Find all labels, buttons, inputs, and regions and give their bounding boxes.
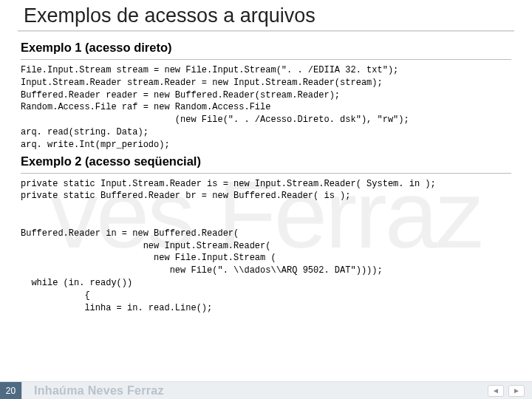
slide-body: Exemplo 1 (acesso direto) File.Input.Str… — [18, 36, 514, 314]
code-block-2: private static Input.Stream.Reader is = … — [21, 178, 511, 315]
page-title: Exemplos de acessos a arquivos — [18, 4, 514, 30]
page-number-badge: 20 — [0, 382, 22, 399]
heading-example-2: Exemplo 2 (acesso seqüencial) — [21, 154, 511, 168]
divider — [21, 59, 511, 60]
nav-prev-button[interactable]: ◄ — [488, 385, 504, 397]
nav-controls: ◄ ► — [488, 385, 532, 397]
title-rule — [18, 30, 514, 32]
slide-content: Exemplos de acessos a arquivos Exemplo 1… — [0, 0, 532, 399]
footer-author: Inhaúma Neves Ferraz — [22, 384, 488, 398]
footer-bar: 20 Inhaúma Neves Ferraz ◄ ► — [0, 381, 532, 399]
heading-example-1: Exemplo 1 (acesso direto) — [21, 41, 511, 55]
code-block-1: File.Input.Stream stream = new File.Inpu… — [21, 64, 511, 151]
nav-next-button[interactable]: ► — [508, 385, 525, 397]
divider — [21, 173, 511, 174]
